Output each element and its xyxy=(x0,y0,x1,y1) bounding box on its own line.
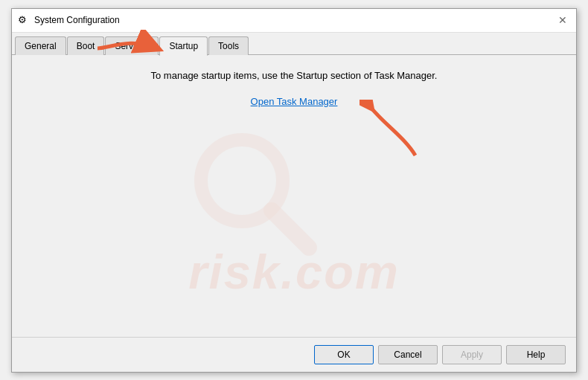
content-area: risk.com To manage startup items, use th… xyxy=(12,55,576,337)
tab-startup[interactable]: Startup xyxy=(159,36,208,56)
svg-point-1 xyxy=(201,140,283,222)
window-icon: ⚙ xyxy=(18,14,30,26)
window-title: System Configuration xyxy=(34,15,120,25)
watermark-text: risk.com xyxy=(12,244,576,322)
tab-general[interactable]: General xyxy=(15,36,66,55)
system-configuration-window: ⚙ System Configuration ✕ General Boot Se… xyxy=(11,8,577,373)
tab-services[interactable]: Services xyxy=(105,36,159,55)
tab-tools[interactable]: Tools xyxy=(208,36,249,55)
startup-info-text: To manage startup items, use the Startup… xyxy=(151,70,438,81)
ok-button[interactable]: OK xyxy=(314,345,374,364)
help-button[interactable]: Help xyxy=(506,345,566,364)
svg-line-2 xyxy=(272,210,309,248)
button-bar: OK Cancel Apply Help xyxy=(12,337,576,372)
cancel-button[interactable]: Cancel xyxy=(378,345,438,364)
tab-bar: General Boot Services Startup Tools xyxy=(12,33,576,55)
title-bar-left: ⚙ System Configuration xyxy=(18,14,120,26)
apply-button: Apply xyxy=(442,345,502,364)
tab-boot[interactable]: Boot xyxy=(67,36,105,55)
open-task-manager-link[interactable]: Open Task Manager xyxy=(251,96,338,107)
close-button[interactable]: ✕ xyxy=(555,13,570,28)
title-bar: ⚙ System Configuration ✕ xyxy=(12,9,576,33)
content-inner: To manage startup items, use the Startup… xyxy=(27,70,561,107)
